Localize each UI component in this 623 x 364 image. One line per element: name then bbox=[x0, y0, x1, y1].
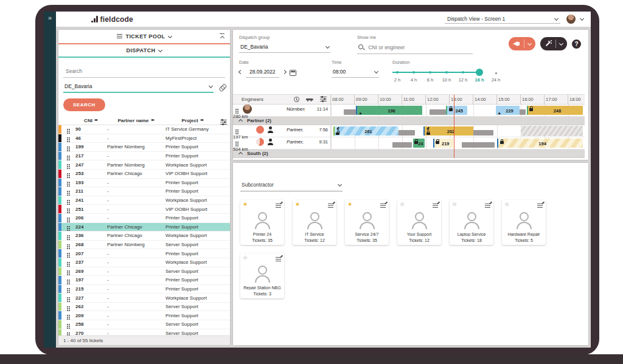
drag-handle-icon[interactable] bbox=[67, 129, 68, 130]
drag-handle-icon[interactable] bbox=[67, 208, 68, 210]
schedule-bar[interactable] bbox=[473, 130, 493, 136]
user-avatar[interactable] bbox=[566, 15, 576, 24]
ticket-row[interactable]: 193 - Printer Support bbox=[58, 179, 230, 188]
ticket-row[interactable]: 197 - Printer Support bbox=[58, 276, 230, 285]
subcontractor-select[interactable]: Subcontractor bbox=[240, 180, 343, 191]
expand-sidebar-icon[interactable]: » bbox=[48, 14, 52, 21]
drag-handle-icon[interactable] bbox=[67, 306, 68, 307]
gantt-engineer-row[interactable]: Nürnberg, Ve... 11:14 280 km 196 245 229… bbox=[233, 105, 585, 117]
drag-handle-icon[interactable] bbox=[67, 226, 68, 227]
schedule-bar[interactable]: 196 bbox=[356, 106, 422, 115]
duration-tick[interactable]: 16 h bbox=[472, 71, 487, 83]
dispatch-group-select[interactable]: DE_Bavaria bbox=[239, 43, 330, 53]
favorite-star-icon[interactable]: ☆ bbox=[452, 202, 457, 207]
drag-handle-icon[interactable] bbox=[67, 253, 68, 254]
row-menu-icon[interactable] bbox=[235, 109, 237, 110]
previous-day-icon[interactable] bbox=[238, 70, 243, 74]
ticket-pool-header[interactable]: TICKET POOL bbox=[58, 30, 230, 44]
drag-handle-icon[interactable] bbox=[67, 235, 68, 236]
drag-handle-icon[interactable] bbox=[67, 156, 68, 157]
subcontractor-card[interactable]: ★ Service 24/7 Tickets: 35 bbox=[345, 200, 389, 245]
gantt-engineer-row[interactable]: Partner, Jakub 9:31 504 km 24 219 194 bbox=[233, 137, 585, 149]
filter-icon[interactable] bbox=[320, 97, 327, 97]
help-icon[interactable]: ? bbox=[572, 39, 581, 49]
ticket-row[interactable]: 227 - Workplace Support bbox=[58, 294, 230, 303]
column-cni[interactable]: CNI bbox=[75, 117, 107, 123]
duration-slider[interactable]: 2 h 4 h 6 h 10 h 12 h 16 h 24 h bbox=[392, 67, 512, 83]
column-project[interactable]: Project bbox=[165, 117, 220, 123]
schedule-bar[interactable]: 194 bbox=[497, 139, 583, 148]
ticket-list-icon[interactable] bbox=[380, 204, 386, 204]
drag-handle-icon[interactable] bbox=[67, 218, 68, 219]
drag-handle-icon[interactable] bbox=[67, 324, 68, 325]
ticket-list-icon[interactable] bbox=[433, 204, 438, 204]
time-select[interactable]: 08:00 bbox=[332, 67, 379, 78]
ticket-row[interactable]: 207 - Printer Support bbox=[58, 249, 230, 258]
collapse-panel-icon[interactable] bbox=[219, 33, 225, 39]
ticket-row[interactable]: 46 - MyFirstProject bbox=[58, 134, 230, 143]
schedule-bar[interactable]: 248 bbox=[527, 106, 583, 115]
show-me-input[interactable] bbox=[367, 44, 472, 51]
ticket-row[interactable]: 224 Partner Chicago Printer Support bbox=[58, 223, 230, 232]
gantt-group-row[interactable]: Partner (2) bbox=[233, 117, 585, 125]
duration-tick[interactable]: 12 h bbox=[455, 71, 471, 83]
ticket-row[interactable]: 217 - Printer Support bbox=[58, 152, 230, 161]
chevron-down-icon[interactable] bbox=[527, 41, 532, 45]
drag-handle-icon[interactable] bbox=[67, 332, 68, 334]
gantt-row-timeline[interactable]: 196 245 229 248 bbox=[330, 105, 585, 116]
drag-handle-icon[interactable] bbox=[67, 270, 68, 272]
subcontractor-card[interactable]: ☆ Repair Station NBG Tickets: 3 bbox=[240, 253, 284, 298]
schedule-bar[interactable]: 202 bbox=[423, 126, 473, 136]
subcontractor-card[interactable]: ☆ Hardware Repair Tickets: 5 bbox=[502, 200, 546, 245]
ticket-list-icon[interactable] bbox=[328, 204, 333, 204]
gantt-row-timeline[interactable]: 261 202 bbox=[330, 125, 585, 137]
collapse-rail[interactable]: » bbox=[44, 12, 56, 348]
schedule-bar[interactable] bbox=[430, 109, 446, 115]
drag-handle-icon[interactable] bbox=[67, 244, 68, 246]
favorite-star-icon[interactable]: ☆ bbox=[400, 202, 405, 207]
show-me-search[interactable] bbox=[357, 43, 473, 54]
favorite-star-icon[interactable]: ★ bbox=[243, 202, 248, 207]
ticket-row[interactable]: 268 Partner Nürnberg Server Support bbox=[58, 241, 230, 250]
gantt-group-row[interactable]: South (2) bbox=[233, 149, 585, 158]
ticket-row[interactable]: 215 - Printer Support bbox=[58, 285, 230, 294]
row-menu-icon[interactable] bbox=[235, 142, 237, 143]
schedule-bar[interactable] bbox=[399, 130, 415, 136]
drag-handle-icon[interactable] bbox=[67, 173, 68, 174]
schedule-bar[interactable]: 229 bbox=[496, 106, 520, 115]
favorite-star-icon[interactable]: ★ bbox=[347, 202, 352, 207]
drag-handle-icon[interactable] bbox=[67, 146, 68, 148]
user-menu-chevron-icon[interactable] bbox=[580, 16, 584, 21]
favorite-star-icon[interactable]: ☆ bbox=[504, 202, 509, 207]
schedule-bar[interactable]: 219 bbox=[433, 139, 453, 148]
schedule-bar[interactable] bbox=[392, 142, 411, 148]
sort-icon[interactable] bbox=[94, 117, 99, 123]
gantt-engineer-row[interactable]: Partner, Van... 7:56 197 km 261 202 bbox=[233, 125, 585, 137]
ticket-row[interactable]: 236 Partner Chicago Workplace Support bbox=[58, 232, 230, 241]
sort-icon[interactable] bbox=[151, 117, 155, 123]
dispatch-section-header[interactable]: DISPATCH bbox=[58, 44, 230, 58]
link-icon[interactable] bbox=[217, 83, 226, 92]
subcontractor-card[interactable]: ☆ Laptop Service Tickets: 18 bbox=[450, 200, 493, 245]
ticket-row[interactable]: 209 - Printer Support bbox=[58, 311, 230, 320]
collapse-group-icon[interactable] bbox=[238, 119, 243, 123]
row-menu-icon[interactable] bbox=[235, 129, 237, 131]
ticket-group-select[interactable]: DE_Bavaria bbox=[63, 82, 214, 93]
subcontractor-card[interactable]: ★ IT Service Tickets: 12 bbox=[293, 200, 336, 245]
drag-handle-icon[interactable] bbox=[67, 164, 68, 165]
collapse-group-icon[interactable] bbox=[238, 152, 243, 156]
ticket-row[interactable]: 269 - Server Support bbox=[58, 267, 230, 276]
ticket-search-input[interactable] bbox=[64, 67, 224, 75]
ticket-list-icon[interactable] bbox=[485, 204, 490, 204]
ticket-row[interactable]: 258 - Server Support bbox=[58, 320, 230, 329]
subcontractor-card[interactable]: ☆ Your Support Tickets: 12 bbox=[397, 200, 441, 245]
drag-handle-icon[interactable] bbox=[67, 191, 68, 192]
ticket-row[interactable]: 253 Partner Chicago VIP OOBH Support bbox=[58, 170, 230, 179]
next-day-icon[interactable] bbox=[282, 70, 287, 74]
sort-icon[interactable] bbox=[200, 117, 204, 123]
date-value[interactable]: 28.09.2022 bbox=[246, 67, 279, 78]
favorite-star-icon[interactable]: ★ bbox=[295, 202, 300, 207]
search-button[interactable]: SEARCH bbox=[63, 98, 105, 111]
clock-icon[interactable] bbox=[294, 97, 299, 102]
duration-tick[interactable]: 6 h bbox=[422, 71, 438, 83]
